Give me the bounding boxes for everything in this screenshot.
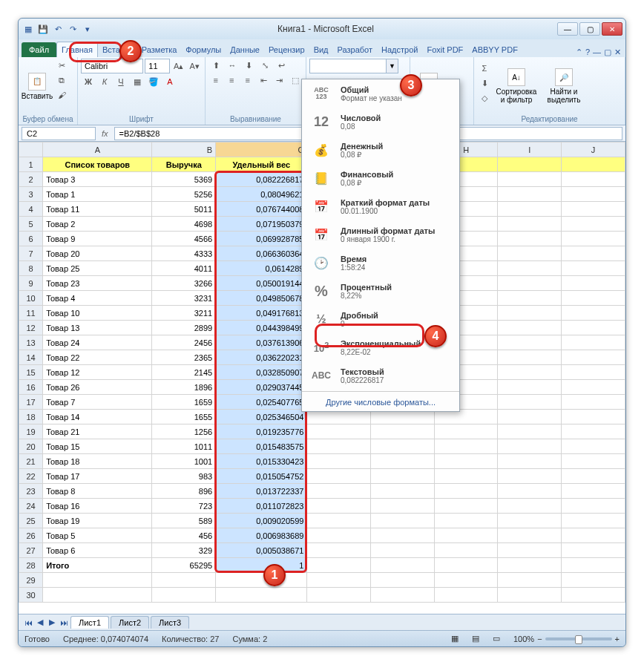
zoom-value[interactable]: 100% xyxy=(513,635,534,643)
cell-B22[interactable]: 983 xyxy=(152,469,216,484)
cell-C19[interactable]: 0,019235776 xyxy=(216,424,307,439)
row-header-28[interactable]: 28 xyxy=(19,558,43,573)
tab-foxit[interactable]: Foxit PDF xyxy=(422,42,467,57)
fx-icon[interactable]: fx xyxy=(96,129,114,138)
cell-A12[interactable]: Товар 13 xyxy=(43,321,152,335)
cell-C18[interactable]: 0,025346504 xyxy=(216,410,307,424)
cell-C8[interactable]: 0,0614289 xyxy=(216,261,307,276)
cell-A1[interactable]: Список товаров xyxy=(43,157,152,172)
column-header-B[interactable]: B xyxy=(152,142,216,157)
sort-filter-button[interactable]: A↓ Сортировка и фильтр xyxy=(493,59,539,114)
column-header-I[interactable]: I xyxy=(498,142,562,157)
cell-C5[interactable]: 0,071950379 xyxy=(216,217,307,232)
copy-icon[interactable]: ⧉ xyxy=(54,73,69,87)
cell-A23[interactable]: Товар 8 xyxy=(43,484,152,499)
cell-A20[interactable]: Товар 15 xyxy=(43,439,152,454)
row-header-6[interactable]: 6 xyxy=(19,232,43,246)
save-icon[interactable]: 💾 xyxy=(36,22,50,36)
cell-A15[interactable]: Товар 12 xyxy=(43,365,152,380)
align-top-icon[interactable]: ⬆ xyxy=(208,59,223,72)
cell-A2[interactable]: Товар 3 xyxy=(43,172,152,187)
number-format-item-Общий[interactable]: ABC123 ОбщийФормат не указан xyxy=(302,79,459,108)
cell-B1[interactable]: Выручка xyxy=(152,157,216,172)
view-normal-icon[interactable]: ▦ xyxy=(451,634,459,643)
number-format-item-Финансовый[interactable]: 📒 Финансовый0,08 ₽ xyxy=(302,164,459,192)
cell-B27[interactable]: 329 xyxy=(152,543,216,558)
cell-A3[interactable]: Товар 1 xyxy=(43,187,152,202)
cell-C23[interactable]: 0,013722337 xyxy=(216,484,307,499)
name-box[interactable]: C2 xyxy=(22,127,96,140)
number-format-item-Длинный формат даты[interactable]: 📅 Длинный формат даты0 января 1900 г. xyxy=(302,220,459,249)
row-header-24[interactable]: 24 xyxy=(19,499,43,514)
row-header-17[interactable]: 17 xyxy=(19,395,43,410)
cell-C26[interactable]: 0,006983689 xyxy=(216,528,307,543)
cell-B26[interactable]: 456 xyxy=(152,528,216,543)
sheet-nav-first-icon[interactable]: ⏮ xyxy=(23,618,33,627)
tab-layout[interactable]: Разметка xyxy=(137,42,182,57)
cell-B3[interactable]: 5256 xyxy=(152,187,216,202)
cell-B11[interactable]: 3211 xyxy=(152,306,216,321)
row-header-19[interactable]: 19 xyxy=(19,424,43,439)
paste-button[interactable]: 📋 Вставить xyxy=(22,59,53,114)
row-header-30[interactable]: 30 xyxy=(19,588,43,603)
row-header-23[interactable]: 23 xyxy=(19,484,43,499)
number-format-dropdown[interactable]: ABC123 ОбщийФормат не указан 12 Числовой… xyxy=(301,79,460,412)
tab-home[interactable]: Главная xyxy=(56,42,98,57)
row-header-2[interactable]: 2 xyxy=(19,172,43,187)
row-header-5[interactable]: 5 xyxy=(19,217,43,232)
tab-view[interactable]: Вид xyxy=(309,42,333,57)
align-center-icon[interactable]: ≡ xyxy=(225,73,240,87)
find-select-button[interactable]: 🔎 Найти и выделить xyxy=(541,59,587,114)
view-pagebreak-icon[interactable]: ▭ xyxy=(493,634,500,643)
cell-C3[interactable]: 0,08049621 xyxy=(216,187,307,202)
row-header-11[interactable]: 11 xyxy=(19,306,43,321)
tab-addins[interactable]: Надстрой xyxy=(377,42,422,57)
cell-A21[interactable]: Товар 18 xyxy=(43,454,152,469)
row-header-3[interactable]: 3 xyxy=(19,187,43,202)
qat-more-icon[interactable]: ▾ xyxy=(81,22,94,36)
cell-A16[interactable]: Товар 26 xyxy=(43,380,152,395)
cell-B5[interactable]: 4698 xyxy=(152,217,216,232)
row-header-16[interactable]: 16 xyxy=(19,380,43,395)
cell-B8[interactable]: 4011 xyxy=(152,261,216,276)
column-header-J[interactable]: J xyxy=(562,142,625,157)
cell-B6[interactable]: 4566 xyxy=(152,232,216,246)
zoom-out-icon[interactable]: − xyxy=(537,635,542,643)
doc-min-icon[interactable]: — xyxy=(593,47,601,57)
cell-C15[interactable]: 0,032850907 xyxy=(216,365,307,380)
column-header-C[interactable]: C xyxy=(216,142,307,157)
row-header-15[interactable]: 15 xyxy=(19,365,43,380)
font-color-icon[interactable]: A xyxy=(162,75,177,88)
sheet-nav-prev-icon[interactable]: ◀ xyxy=(35,617,45,627)
minimize-button[interactable]: — xyxy=(557,22,578,36)
cell-A19[interactable]: Товар 21 xyxy=(43,424,152,439)
fill-color-icon[interactable]: 🪣 xyxy=(146,75,161,88)
cell-A27[interactable]: Товар 6 xyxy=(43,543,152,558)
cell-A9[interactable]: Товар 23 xyxy=(43,276,152,291)
cell-B28[interactable]: 65295 xyxy=(152,558,216,573)
row-header-27[interactable]: 27 xyxy=(19,543,43,558)
row-header-18[interactable]: 18 xyxy=(19,410,43,424)
column-header-A[interactable]: A xyxy=(43,142,152,157)
doc-close-icon[interactable]: ✕ xyxy=(614,47,621,57)
number-format-item-Процентный[interactable]: % Процентный8,22% xyxy=(302,277,459,305)
doc-restore-icon[interactable]: ▢ xyxy=(604,47,611,57)
row-header-8[interactable]: 8 xyxy=(19,261,43,276)
fill-icon[interactable]: ⬇ xyxy=(477,76,492,90)
row-header-26[interactable]: 26 xyxy=(19,528,43,543)
undo-icon[interactable]: ↶ xyxy=(51,22,65,36)
cell-B21[interactable]: 1001 xyxy=(152,454,216,469)
cell-C2[interactable]: 0,082226817 xyxy=(216,172,307,187)
sheet-nav-last-icon[interactable]: ⏭ xyxy=(59,618,69,627)
underline-button[interactable]: Ч xyxy=(114,75,128,88)
sheet-tab-2[interactable]: Лист2 xyxy=(111,616,149,629)
row-header-25[interactable]: 25 xyxy=(19,514,43,528)
cell-A28[interactable]: Итого xyxy=(43,558,152,573)
cell-C10[interactable]: 0,049850678 xyxy=(216,291,307,306)
cell-A7[interactable]: Товар 20 xyxy=(43,246,152,261)
number-format-item-Краткий формат даты[interactable]: 📅 Краткий формат даты00.01.1900 xyxy=(302,192,459,220)
cell-C7[interactable]: 0,066360364 xyxy=(216,246,307,261)
sheet-tab-1[interactable]: Лист1 xyxy=(70,616,109,629)
cell-B2[interactable]: 5369 xyxy=(152,172,216,187)
cell-C17[interactable]: 0,025407765 xyxy=(216,395,307,410)
